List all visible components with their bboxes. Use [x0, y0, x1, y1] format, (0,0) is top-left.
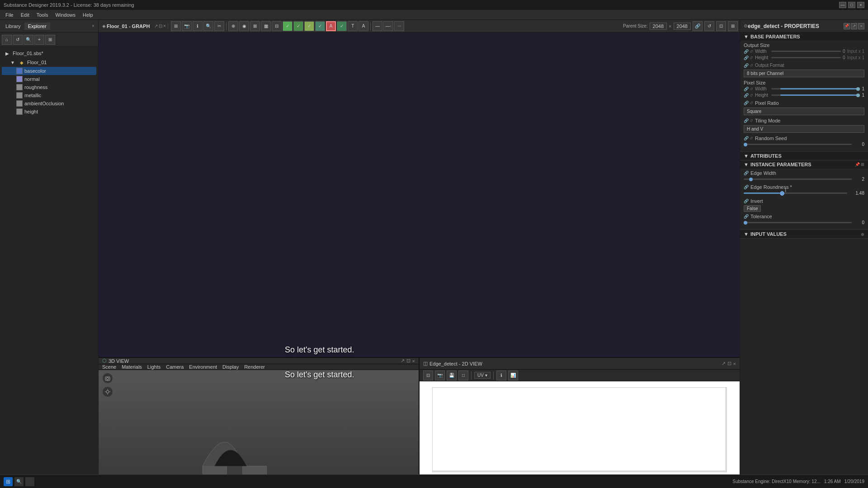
- taskbar-search[interactable]: 🔍: [14, 477, 24, 486]
- height-reset-icon[interactable]: ↺: [750, 56, 753, 60]
- 2d-tb-1[interactable]: ⊡: [423, 371, 433, 380]
- menu-scene[interactable]: Scene: [102, 364, 116, 370]
- graph-tb-b1[interactable]: —: [373, 21, 382, 31]
- edge-roundness-thumb[interactable]: [780, 191, 784, 196]
- edge-width-thumb[interactable]: [749, 178, 753, 181]
- px-w-thumb[interactable]: [856, 87, 860, 91]
- graph-tb-2[interactable]: 📷: [182, 21, 192, 31]
- input-values-header[interactable]: ▼ INPUT VALUES ⊕: [740, 230, 868, 238]
- 2d-close[interactable]: ×: [733, 361, 736, 366]
- graph-tb-color5[interactable]: A: [326, 21, 336, 31]
- tree-ambientocclusion[interactable]: ambientOcclusion: [2, 99, 96, 108]
- menu-windows[interactable]: Windows: [52, 11, 79, 19]
- parent-reset[interactable]: ↺: [704, 21, 714, 31]
- format-reset-icon[interactable]: ↺: [750, 63, 753, 68]
- menu-edit[interactable]: Edit: [17, 11, 33, 19]
- graph-tb-3[interactable]: ℹ: [193, 21, 203, 31]
- px-link[interactable]: 🔗: [744, 87, 749, 91]
- ph-thumb[interactable]: [856, 94, 860, 97]
- graph-tb-color3[interactable]: ✓: [304, 21, 314, 31]
- tree-metallic[interactable]: metallic: [2, 91, 96, 99]
- 3d-camera-icon[interactable]: [102, 373, 113, 384]
- graph-tb-10[interactable]: ⊟: [272, 21, 282, 31]
- 3d-light-icon[interactable]: [102, 386, 113, 397]
- graph-tb-a[interactable]: A: [359, 21, 368, 31]
- height-slider[interactable]: [771, 57, 841, 58]
- graph-tb-9[interactable]: ▦: [261, 21, 271, 31]
- parent-grid[interactable]: ⊞: [728, 21, 738, 31]
- edge-width-slider[interactable]: [744, 178, 852, 180]
- menu-tools[interactable]: Tools: [33, 11, 52, 19]
- ph-reset[interactable]: ↺: [750, 93, 753, 98]
- tree-root[interactable]: ▶ Floor_01.sbs*: [2, 49, 96, 58]
- tolerance-slider[interactable]: [744, 222, 852, 223]
- 2d-tb-3[interactable]: 💾: [447, 371, 457, 380]
- graph-tb-t[interactable]: T: [348, 21, 358, 31]
- prop-pin[interactable]: 📌: [844, 23, 850, 29]
- graph-tb-color1[interactable]: ✓: [283, 21, 292, 31]
- toolbar-refresh[interactable]: ↺: [13, 35, 23, 45]
- tree-basecolor[interactable]: basecolor: [2, 67, 96, 75]
- attributes-header[interactable]: ▼ ATTRIBUTES: [740, 152, 868, 160]
- 2d-uv-dropdown[interactable]: UV ▾: [474, 372, 491, 379]
- er-link[interactable]: 🔗: [744, 185, 749, 189]
- menu-camera[interactable]: Camera: [166, 364, 184, 370]
- prop-close[interactable]: ×: [858, 23, 864, 29]
- graph-tb-b2[interactable]: —·: [383, 21, 393, 31]
- parent-lock[interactable]: 🔗: [693, 21, 703, 31]
- tab-library[interactable]: Library: [2, 23, 24, 30]
- iv-add[interactable]: ⊕: [861, 232, 864, 237]
- graph-tb-color2[interactable]: ✓: [293, 21, 303, 31]
- toolbar-new[interactable]: +: [34, 35, 44, 45]
- instance-header[interactable]: ▼ INSTANCE PARAMETERS 📌 ⊞: [740, 160, 868, 169]
- instance-expand[interactable]: ⊞: [861, 162, 864, 167]
- ratio-dropdown[interactable]: Square: [744, 108, 864, 115]
- graph-tb-color4[interactable]: ✓: [315, 21, 325, 31]
- edge-roundness-slider[interactable]: [744, 192, 847, 194]
- tiling-reset[interactable]: ↺: [750, 118, 753, 123]
- tiling-dropdown[interactable]: H and V: [744, 125, 864, 133]
- px-reset[interactable]: ↺: [750, 87, 753, 91]
- 3d-maximize[interactable]: ↗: [401, 358, 405, 364]
- width-link-icon[interactable]: 🔗: [744, 49, 749, 54]
- tree-roughness[interactable]: roughness: [2, 83, 96, 91]
- toolbar-grid[interactable]: ⊞: [45, 35, 55, 45]
- tree-height[interactable]: height: [2, 108, 96, 116]
- inv-link[interactable]: 🔗: [744, 199, 749, 203]
- window-controls[interactable]: — □ ×: [839, 2, 864, 8]
- height-link-icon[interactable]: 🔗: [744, 56, 749, 60]
- ph-link[interactable]: 🔗: [744, 93, 749, 98]
- menu-environment[interactable]: Environment: [189, 364, 217, 370]
- tolerance-thumb[interactable]: [744, 221, 747, 225]
- menu-help[interactable]: Help: [79, 11, 97, 19]
- 3d-close[interactable]: ×: [412, 358, 415, 364]
- 2d-chart[interactable]: 📊: [508, 371, 518, 380]
- 2d-viewport[interactable]: [420, 381, 740, 478]
- invert-value[interactable]: False: [744, 205, 761, 212]
- 2d-content[interactable]: [420, 381, 740, 478]
- seed-reset[interactable]: ↺: [750, 136, 753, 141]
- close-button[interactable]: ×: [857, 2, 864, 8]
- prop-popout[interactable]: ↗: [851, 23, 857, 29]
- seed-link[interactable]: 🔗: [744, 136, 749, 141]
- tree-normal[interactable]: normal: [2, 75, 96, 83]
- tiling-link[interactable]: 🔗: [744, 118, 749, 123]
- graph-close[interactable]: ×: [163, 23, 166, 28]
- parent-fit[interactable]: ⊡: [716, 21, 726, 31]
- graph-popout[interactable]: ⊡: [159, 23, 162, 28]
- parent-size-h-dropdown[interactable]: 2048: [674, 23, 691, 30]
- graph-tb-5[interactable]: ✂: [214, 21, 224, 31]
- menu-display[interactable]: Display: [222, 364, 239, 370]
- start-button[interactable]: ⊞: [4, 477, 13, 486]
- graph-tb-7[interactable]: ◉: [239, 21, 249, 31]
- tol-link[interactable]: 🔗: [744, 214, 749, 219]
- ph-slider[interactable]: [771, 94, 860, 96]
- graph-tb-4[interactable]: 🔍: [203, 21, 213, 31]
- 3d-popout[interactable]: ⊡: [406, 358, 410, 364]
- menu-materials[interactable]: Materials: [122, 364, 142, 370]
- graph-tb-1[interactable]: ⊞: [171, 21, 181, 31]
- left-panel-close[interactable]: ×: [90, 23, 96, 29]
- graph-tb-8[interactable]: ⊠: [250, 21, 260, 31]
- graph-tb-b3[interactable]: ···: [394, 21, 404, 31]
- ratio-link[interactable]: 🔗: [744, 101, 749, 105]
